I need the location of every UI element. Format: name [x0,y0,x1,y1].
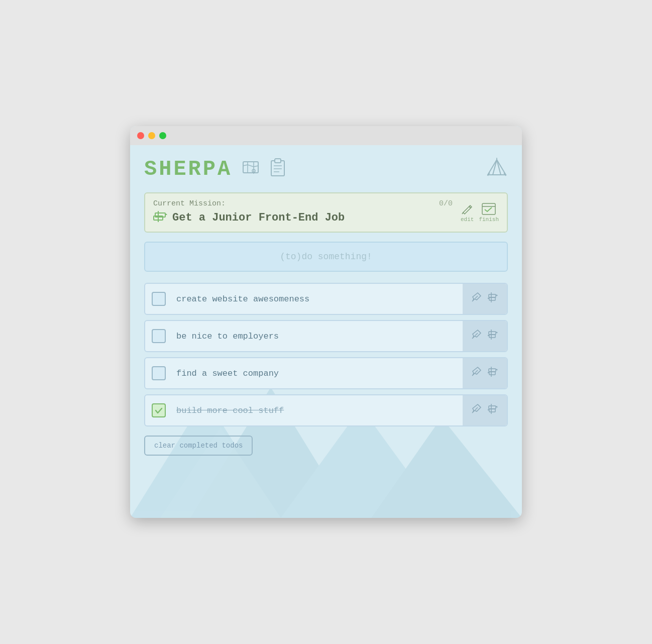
todo-item: build more cool stuff [144,394,508,426]
todo-item-actions-2 [463,321,507,351]
todo-item: be nice to employers [144,320,508,352]
todo-input-wrapper [144,242,508,272]
todo-text-4: build more cool stuff [172,398,463,423]
svg-rect-31 [489,297,495,300]
todo-checkbox-1[interactable] [152,292,166,306]
todo-checkbox-3[interactable] [152,366,166,380]
clipboard-icon[interactable] [269,158,286,181]
todo-pin-icon-4[interactable] [469,402,484,418]
svg-rect-43 [489,372,495,375]
todo-item-actions-4 [463,395,507,425]
todo-pin-icon-1[interactable] [469,291,484,307]
checkbox-wrapper-4[interactable] [145,396,172,424]
checkbox-wrapper-3[interactable] [145,359,172,387]
todo-item: find a sweet company [144,357,508,389]
checkbox-wrapper-2[interactable] [145,322,172,350]
svg-line-27 [475,296,478,298]
mission-edit-button[interactable]: edit [461,202,474,223]
mission-box: Current Mission: 0/0 Get a Junior Front [144,192,508,233]
minimize-button[interactable] [148,132,155,139]
todo-pin-icon-3[interactable] [469,365,484,381]
clear-completed-button[interactable]: clear completed todos [144,436,253,456]
svg-rect-34 [489,332,496,335]
todo-signpost-icon-1[interactable] [486,291,501,307]
mission-signpost-icon [153,210,167,226]
svg-rect-28 [489,294,496,297]
mission-actions: edit finish [461,202,499,223]
header-left: SHERPA [144,157,286,181]
svg-rect-46 [489,406,496,409]
svg-marker-14 [493,160,501,175]
map-icon[interactable] [241,158,260,181]
app-window: SHERPA [130,126,522,518]
svg-line-33 [475,333,478,336]
todo-checkbox-4[interactable] [152,403,166,417]
todo-signpost-icon-2[interactable] [486,328,501,344]
todo-checkbox-2[interactable] [152,329,166,343]
todo-text-3: find a sweet company [172,361,463,386]
mission-label: Current Mission: 0/0 [153,199,453,208]
close-button[interactable] [137,132,144,139]
todo-item-actions-1 [463,284,507,314]
mission-title: Get a Junior Front-End Job [172,211,345,224]
todo-item-actions-3 [463,358,507,388]
svg-rect-40 [489,369,496,372]
titlebar [130,126,522,145]
svg-rect-9 [275,159,281,163]
mission-info: Current Mission: 0/0 Get a Junior Front [153,199,453,226]
todo-item: create website awesomeness [144,283,508,315]
svg-marker-13 [488,160,506,175]
todo-text-2: be nice to employers [172,324,463,349]
mission-finish-button[interactable]: finish [479,202,499,223]
todo-signpost-icon-3[interactable] [486,365,501,381]
app-header: SHERPA [144,157,508,181]
mission-progress: 0/0 [439,199,453,208]
svg-rect-49 [489,409,495,412]
mission-title-row: Get a Junior Front-End Job [153,210,453,226]
todo-list: create website awesomeness [144,283,508,426]
app-title: SHERPA [144,157,232,181]
svg-line-45 [475,407,478,410]
todo-pin-icon-2[interactable] [469,328,484,344]
maximize-button[interactable] [159,132,166,139]
tent-icon[interactable] [486,158,508,181]
app-body: SHERPA [130,145,522,468]
svg-line-24 [462,212,463,214]
svg-line-39 [475,370,478,373]
svg-rect-25 [482,203,495,214]
svg-rect-5 [243,162,258,173]
todo-text-1: create website awesomeness [172,286,463,312]
todo-input[interactable] [153,252,499,262]
svg-rect-37 [489,335,495,338]
checkbox-wrapper-1[interactable] [145,285,172,313]
todo-signpost-icon-4[interactable] [486,402,501,418]
